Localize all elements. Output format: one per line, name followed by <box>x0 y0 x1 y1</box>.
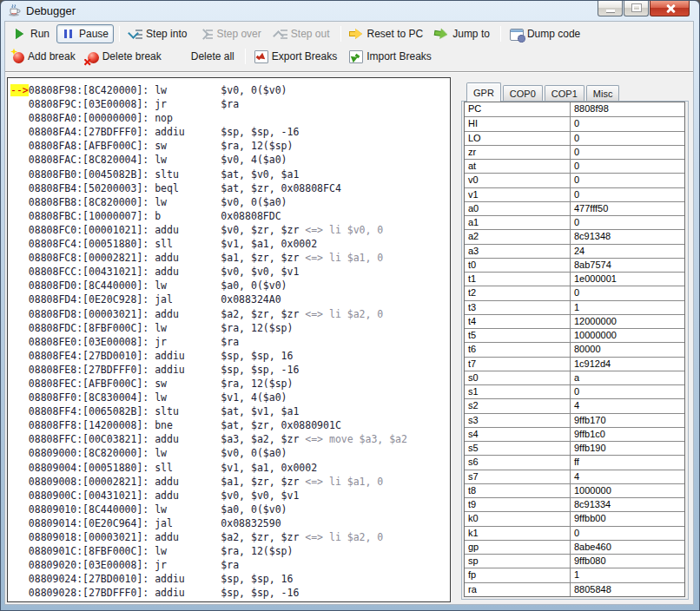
register-value[interactable]: 9ffb190 <box>571 442 684 455</box>
register-value[interactable]: 9ffb080 <box>571 555 684 568</box>
disassembly-line[interactable]: 08809018:[00003021]: addu $a2, $zr, $zr … <box>10 530 450 544</box>
step-into-button-label: Step into <box>146 28 187 40</box>
disassembly-line[interactable]: 08808FD8:[00003021]: addu $a2, $zr, $zr … <box>10 307 450 321</box>
disassembly-line[interactable]: 08808FFC:[00C03821]: addu $a3, $a2, $zr … <box>10 432 450 446</box>
register-value[interactable]: 0 <box>571 146 684 159</box>
disassembly-line[interactable]: 08808FC8:[00002821]: addu $a1, $zr, $zr … <box>10 251 450 265</box>
dump-code-button[interactable]: Dump code <box>505 25 585 43</box>
disassembly-line[interactable]: 0880900C:[00431021]: addu $v0, $v0, $v1 <box>10 489 450 503</box>
disassembly-line[interactable]: 08809020:[03E00008]: jr $ra <box>10 558 450 572</box>
export-breaks-icon <box>254 50 268 63</box>
disassembly-line[interactable]: 08809024:[27BD0010]: addiu $sp, $sp, 16 <box>10 572 450 586</box>
delete-all-button[interactable]: Delete all <box>168 47 240 66</box>
disassembly-line[interactable]: 08808FD0:[8C440000]: lw $a0, 0($v0) <box>10 279 450 292</box>
register-value[interactable]: 4 <box>571 399 684 412</box>
maximize-icon <box>632 4 641 11</box>
register-value[interactable]: 0 <box>571 216 684 229</box>
tab-gpr[interactable]: GPR <box>466 82 501 102</box>
disassembly-line[interactable]: 08808FF0:[8C830004]: lw $v1, 4($a0) <box>10 391 450 404</box>
register-value[interactable]: 9ffb1c0 <box>571 428 684 441</box>
register-value[interactable]: 9ffbb00 <box>571 512 684 525</box>
disassembly-line[interactable]: 08808FBC:[10000007]: b 0x08808FDC <box>10 209 450 223</box>
disassembly-line[interactable]: 08808FB8:[8C820000]: lw $v0, 0($a0) <box>10 195 450 209</box>
register-value[interactable]: ff <box>571 456 684 469</box>
disassembly-line[interactable]: 08808FF4:[0065082B]: sltu $at, $v1, $a1 <box>10 404 450 418</box>
register-value[interactable]: 0 <box>571 174 684 187</box>
disassembly-line[interactable]: 08808FE0:[03E00008]: jr $ra <box>10 335 450 349</box>
register-value[interactable]: 0 <box>571 527 684 540</box>
register-value[interactable]: 0 <box>571 160 684 173</box>
disassembly-line[interactable]: 08808FA4:[27BDFFF0]: addiu $sp, $sp, -16 <box>10 125 450 139</box>
disassembly-line[interactable]: 08808FAC:[8C820004]: lw $v0, 4($a0) <box>10 153 450 167</box>
disassembly-line[interactable]: 08808FE8:[27BDFFF0]: addiu $sp, $sp, -16 <box>10 363 450 377</box>
disassembly-line[interactable]: 08808FEC:[AFBF000C]: sw $ra, 12($sp) <box>10 377 450 391</box>
close-button[interactable] <box>650 1 690 16</box>
register-value[interactable]: 1 <box>571 568 684 581</box>
tab-cop0[interactable]: COP0 <box>503 85 543 102</box>
disassembly-line[interactable]: 08808FF8:[14200008]: bne $at, $zr, 0x088… <box>10 418 450 432</box>
disassembly-line[interactable]: 08809010:[8C440000]: lw $a0, 0($v0) <box>10 503 450 516</box>
jump-to-button[interactable]: Jump to <box>430 24 495 43</box>
register-value[interactable]: 1 <box>571 301 684 314</box>
import-breaks-button[interactable]: Import Breaks <box>344 48 437 66</box>
register-value[interactable]: 0 <box>571 117 684 130</box>
run-button[interactable]: Run <box>8 24 55 43</box>
register-row-at: at0 <box>465 159 684 173</box>
register-value[interactable]: 9ffb170 <box>571 414 684 427</box>
instruction-text: 08808FA0:[00000000]: nop <box>29 112 221 124</box>
disassembly-line[interactable]: 08808FC4:[00051880]: sll $v1, $a1, 0x000… <box>10 237 450 251</box>
disassembly-line[interactable]: 08809000:[8C820000]: lw $v0, 0($a0) <box>10 446 450 460</box>
register-value[interactable]: 10000000 <box>571 329 684 342</box>
register-value[interactable]: 80000 <box>571 343 684 356</box>
register-value[interactable]: 477fff50 <box>571 202 684 215</box>
register-value[interactable]: 8c91334 <box>571 498 684 511</box>
disassembly-line[interactable]: 08808FD4:[0E20C928]: jal 0x088324A0 <box>10 292 450 306</box>
register-value[interactable]: 1c912d4 <box>571 358 684 371</box>
register-value[interactable]: 8c91348 <box>571 230 684 243</box>
reset-to-pc-button[interactable]: Reset to PC <box>345 24 429 43</box>
disassembly-line[interactable]: 08808FA0:[00000000]: nop <box>10 111 450 125</box>
register-value[interactable]: 0 <box>571 385 684 398</box>
step-over-button[interactable]: Step over <box>194 24 266 43</box>
register-value[interactable]: 1e000001 <box>571 273 684 286</box>
delete-break-button[interactable]: Delete break <box>83 48 167 65</box>
register-value[interactable]: 8808f98 <box>571 102 684 116</box>
tab-cop1[interactable]: COP1 <box>545 85 584 102</box>
minimize-button[interactable] <box>598 1 623 16</box>
add-break-button[interactable]: Add break <box>8 48 81 65</box>
step-out-button[interactable]: Step out <box>268 24 335 43</box>
disassembly-line[interactable]: 08808FB4:[50200003]: beql $at, $zr, 0x08… <box>10 181 450 195</box>
disassembly-line[interactable]: 08809028:[27BDFFF0]: addiu $sp, $sp, -16 <box>10 586 450 600</box>
register-value[interactable]: 8805848 <box>571 583 684 596</box>
disassembly-line[interactable]: 08809004:[00051880]: sll $v1, $a1, 0x000… <box>10 461 450 475</box>
tab-misc[interactable]: Misc <box>586 85 620 102</box>
register-value[interactable]: 4 <box>571 470 684 483</box>
disassembly-line[interactable]: 08808FDC:[8FBF000C]: lw $ra, 12($sp) <box>10 321 450 335</box>
disassembly-line[interactable]: 08808FC0:[00001021]: addu $v0, $zr, $zr … <box>10 223 450 237</box>
register-value[interactable]: 24 <box>571 245 684 258</box>
disassembly-line[interactable]: 08809008:[00002821]: addu $a1, $zr, $zr … <box>10 475 450 489</box>
export-breaks-button[interactable]: Export Breaks <box>249 48 342 66</box>
register-value[interactable]: 12000000 <box>571 315 684 328</box>
disassembly-line[interactable]: 08808FE4:[27BD0010]: addiu $sp, $sp, 16 <box>10 349 450 363</box>
disassembly-line[interactable]: 0880901C:[8FBF000C]: lw $ra, 12($sp) <box>10 544 450 558</box>
title-bar[interactable]: Debugger <box>1 1 699 21</box>
register-value[interactable]: 8abe460 <box>571 541 684 554</box>
disassembly-line[interactable]: 08809014:[0E20C964]: jal 0x08832590 <box>10 516 450 530</box>
register-row-s2: s24 <box>465 398 684 412</box>
register-value[interactable]: a <box>571 371 684 384</box>
disassembly-line[interactable]: 08808FB0:[0045082B]: sltu $at, $v0, $a1 <box>10 168 450 181</box>
register-value[interactable]: 8ab7574 <box>571 259 684 272</box>
register-value[interactable]: 1000000 <box>571 484 684 497</box>
disassembly-line[interactable]: -->08808F98:[8C420000]: lw $v0, 0($v0) <box>10 83 450 97</box>
disassembly-line[interactable]: 08808FA8:[AFBF000C]: sw $ra, 12($sp) <box>10 139 450 153</box>
maximize-button[interactable] <box>624 1 649 16</box>
disassembly-line[interactable]: 08808FCC:[00431021]: addu $v0, $v0, $v1 <box>10 265 450 279</box>
register-value[interactable]: 0 <box>571 188 684 201</box>
pause-button[interactable]: Pause <box>56 24 114 43</box>
step-into-button[interactable]: Step into <box>123 24 192 43</box>
register-value[interactable]: 0 <box>571 286 684 299</box>
register-value[interactable]: 0 <box>571 132 684 145</box>
disassembly-view[interactable]: -->08808F98:[8C420000]: lw $v0, 0($v0) 0… <box>7 77 451 602</box>
disassembly-line[interactable]: 08808F9C:[03E00008]: jr $ra <box>10 97 450 111</box>
